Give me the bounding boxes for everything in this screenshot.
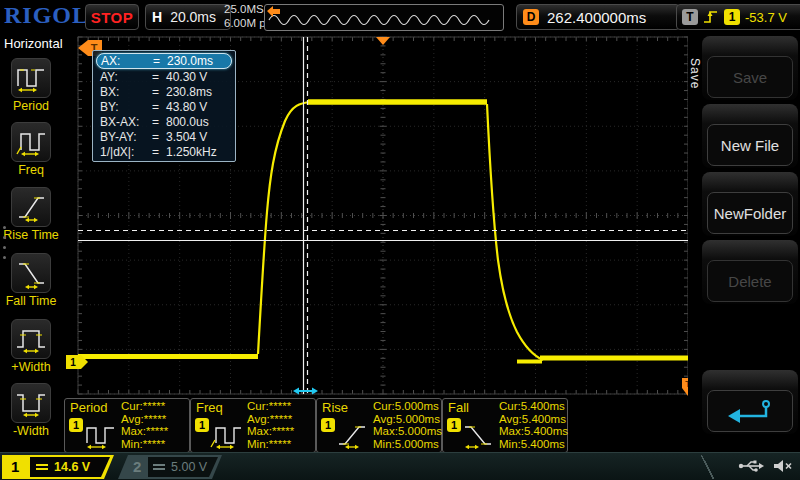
stat-value: 5.000ms [398, 425, 442, 437]
stat-label: Cur: [121, 400, 143, 412]
readout-label: BY: [100, 100, 152, 114]
stat-value: 5.400ms [521, 438, 565, 450]
run-stop-status[interactable]: STOP [85, 4, 139, 30]
menu-item-neg-width[interactable]: -Width [0, 383, 62, 438]
softkey-new-file[interactable]: New File [702, 104, 798, 168]
stat-value: ***** [272, 425, 294, 437]
menu-item-rise-time[interactable]: Rise Time [0, 187, 62, 242]
speaker-muted-icon [772, 458, 794, 474]
cursor-readout-panel: AX: = 230.0ms AY: = 40.30 V BX: = 230.8m… [92, 50, 236, 162]
stat-value: ***** [146, 425, 168, 437]
menu-label: Rise Time [0, 228, 62, 242]
readout-value: 43.80 V [166, 100, 207, 114]
menu-item-pos-width[interactable]: +Width [0, 319, 62, 374]
measure-name: Fall [448, 400, 469, 415]
preview-trigger-marker-icon [267, 6, 281, 17]
stat-value: ***** [269, 438, 291, 450]
stat-value: 5.400ms [524, 425, 568, 437]
stat-label: Max: [499, 425, 524, 437]
readout-label: BX-AX: [100, 115, 152, 129]
readout-label: BY-AY: [100, 130, 152, 144]
channel-2-status[interactable]: 2 5.00 V [118, 455, 222, 479]
delay-value: 262.400000ms [547, 9, 646, 26]
channel-number: 1 [11, 458, 19, 475]
channel-scale: 5.00 V [171, 460, 207, 474]
channel-badge: 1 [447, 418, 461, 432]
measure-name: Freq [196, 400, 223, 415]
equals-sign: = [152, 85, 166, 99]
channel-1-status[interactable]: 1 14.6 V [2, 455, 114, 479]
readout-value: 800.0us [166, 115, 209, 129]
readout-row-ax: AX: = 230.0ms [96, 53, 232, 69]
svg-text:1: 1 [70, 357, 76, 368]
trigger-slope-rising-icon [703, 8, 719, 26]
minus-width-icon [15, 386, 47, 420]
stat-value: ***** [270, 413, 292, 425]
channel-status-bar: 1 14.6 V 2 5.00 V [0, 452, 800, 480]
readout-row-bx-ax: BX-AX: = 800.0us [96, 114, 232, 129]
stat-label: Avg: [247, 413, 270, 425]
menu-label: Fall Time [0, 294, 62, 308]
menu-label: Freq [0, 163, 62, 177]
readout-label: 1/|dX|: [100, 145, 152, 159]
menu-scroll-dots [3, 226, 6, 266]
stat-value: ***** [144, 413, 166, 425]
menu-item-period[interactable]: Period [0, 58, 62, 113]
return-arrow-icon [722, 397, 778, 425]
channel-badge: 1 [321, 418, 335, 432]
softkey-label: Delete [707, 260, 793, 302]
equals-sign: = [152, 130, 166, 144]
stat-value: ***** [269, 400, 291, 412]
equals-sign: = [152, 145, 166, 159]
status-divider [700, 455, 714, 479]
delay-box[interactable]: D 262.400000ms [516, 4, 680, 30]
left-measure-menu: Horizontal Period Freq [0, 32, 62, 452]
stat-label: Avg: [121, 413, 144, 425]
readout-value: 3.504 V [166, 130, 207, 144]
softkey-new-folder[interactable]: NewFolder [702, 172, 798, 236]
readout-row-by-ay: BY-AY: = 3.504 V [96, 129, 232, 144]
readout-row-inv-dx: 1/|dX|: = 1.250kHz [96, 144, 232, 159]
measure-panel-freq: Freq 1 Cur:***** Avg:***** Max:***** Min… [190, 398, 316, 453]
period-icon [83, 421, 119, 449]
measure-panel-period: Period 1 Cur:***** Avg:***** Max:***** M… [64, 398, 190, 453]
rise-time-icon [15, 190, 47, 224]
readout-label: AY: [100, 70, 152, 84]
menu-tab-save: Save [688, 58, 702, 89]
stat-label: Max: [121, 425, 146, 437]
stat-value: 5.000ms [395, 400, 439, 412]
readout-value: 1.250kHz [166, 145, 217, 159]
period-icon [15, 61, 47, 95]
preview-wave-icon [265, 5, 501, 28]
softkey-return[interactable] [702, 370, 798, 434]
menu-item-freq[interactable]: Freq [0, 122, 62, 177]
horizontal-label: H [152, 9, 162, 25]
stat-label: Min: [499, 438, 521, 450]
measure-panel-rise: Rise 1 Cur:5.000ms Avg:5.000ms Max:5.000… [316, 398, 442, 453]
scope-display: T 1 T AX: = 230.0ms AY: = 40.30 V [62, 32, 694, 398]
softkey-save[interactable]: Save [702, 36, 798, 100]
stat-value: ***** [143, 438, 165, 450]
dc-coupling-icon [153, 464, 165, 470]
softkey-delete[interactable]: Delete [702, 240, 798, 304]
rise-time-icon [335, 421, 371, 449]
channel-number: 2 [133, 458, 141, 475]
stat-label: Cur: [373, 400, 395, 412]
measure-panel-fall: Fall 1 Cur:5.400ms Avg:5.400ms Max:5.400… [442, 398, 568, 453]
trigger-box[interactable]: T 1 -53.7 V [676, 4, 800, 30]
stat-label: Max: [247, 425, 272, 437]
menu-item-fall-time[interactable]: Fall Time [0, 253, 62, 308]
channel-badge: 1 [69, 418, 83, 432]
waveform-position-preview[interactable] [264, 4, 504, 31]
horizontal-timebase-box[interactable]: H 20.0ms [145, 4, 231, 30]
trigger-source-badge: 1 [724, 9, 740, 25]
cursor-drag-handle-icon[interactable] [293, 388, 318, 395]
softkey-label: NewFolder [707, 192, 793, 234]
stat-value: 5.000ms [395, 438, 439, 450]
dc-coupling-icon [36, 464, 48, 470]
horizontal-center-marker-icon[interactable] [376, 37, 390, 45]
left-menu-title: Horizontal [0, 32, 62, 51]
stat-value: 5.400ms [521, 400, 565, 412]
top-status-bar: RIGOL STOP H 20.0ms 25.0MSa/s 6.00M pts … [0, 0, 800, 32]
delay-badge: D [523, 9, 539, 25]
